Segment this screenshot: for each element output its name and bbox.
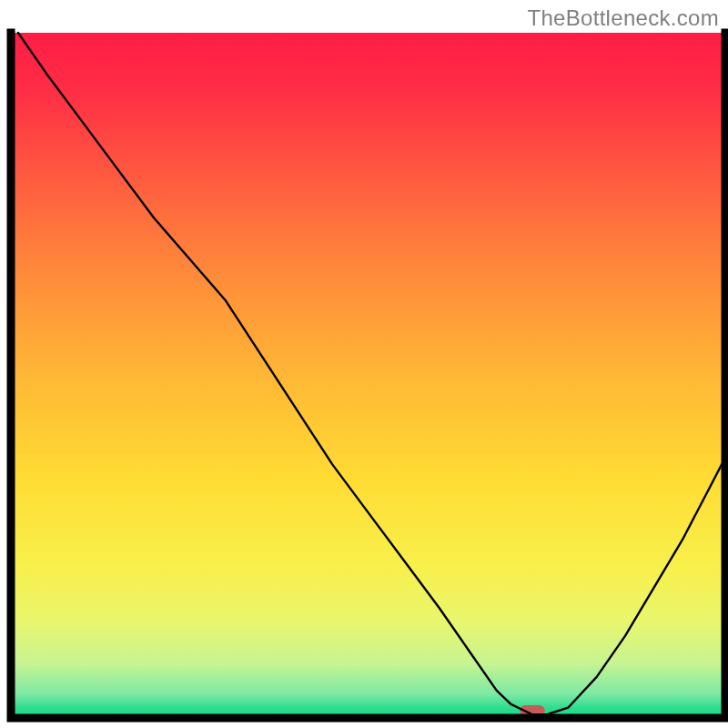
plot-background — [11, 33, 725, 718]
bottleneck-chart — [0, 0, 728, 728]
chart-container: TheBottleneck.com — [0, 0, 728, 728]
watermark-text: TheBottleneck.com — [527, 5, 719, 31]
